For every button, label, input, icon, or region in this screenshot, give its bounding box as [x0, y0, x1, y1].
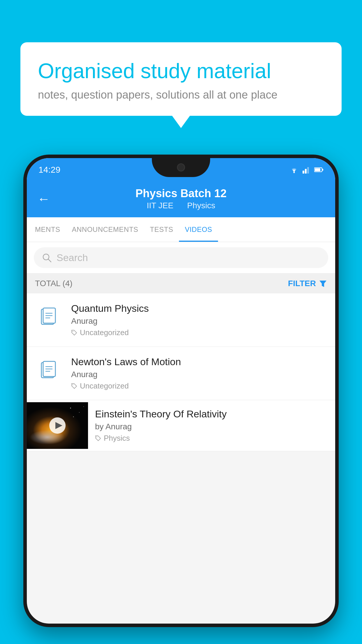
svg-line-8 [48, 259, 51, 262]
search-placeholder: Search [57, 252, 88, 263]
svg-point-26 [73, 416, 74, 417]
tab-announcements[interactable]: ANNOUNCEMENTS [66, 217, 144, 242]
header-subtitle-physics: Physics [187, 201, 215, 210]
phone-container: 14:29 [23, 155, 339, 644]
total-count: TOTAL (4) [35, 279, 73, 288]
phone-frame: 14:29 [23, 155, 339, 627]
svg-rect-5 [315, 168, 320, 171]
svg-point-15 [73, 331, 73, 332]
tag-text-2: Uncategorized [80, 382, 129, 391]
video-author-3: by Anurag [95, 422, 327, 431]
tag-icon [95, 435, 101, 442]
file-icon [39, 307, 60, 332]
svg-point-30 [96, 436, 97, 437]
speech-bubble: Organised study material notes, question… [20, 42, 342, 116]
bubble-subtitle: notes, question papers, solutions all at… [38, 89, 324, 101]
status-icons [289, 166, 324, 174]
tag-icon [71, 330, 78, 336]
tab-ments[interactable]: MENTS [29, 217, 66, 242]
video-title-1: Quantum Physics [71, 303, 327, 314]
tab-tests[interactable]: TESTS [144, 217, 179, 242]
battery-icon [314, 167, 324, 173]
svg-point-24 [70, 408, 71, 409]
video-thumbnail-1 [35, 305, 64, 335]
list-item[interactable]: Newton's Laws of Motion Anurag Uncategor… [27, 347, 335, 400]
video-tag-1: Uncategorized [71, 328, 327, 337]
video-thumbnail-2 [35, 359, 64, 388]
video-tag-2: Uncategorized [71, 382, 327, 391]
svg-point-25 [79, 412, 80, 413]
filter-icon [319, 279, 327, 288]
header-subtitle-iitjee: IIT JEE [147, 201, 173, 210]
search-icon [42, 253, 52, 263]
tabs-bar: MENTS ANNOUNCEMENTS TESTS VIDEOS [27, 217, 335, 242]
svg-point-0 [294, 172, 295, 173]
svg-rect-6 [322, 169, 323, 171]
phone-screen: 14:29 [27, 158, 335, 624]
filter-bar: TOTAL (4) FILTER [27, 274, 335, 293]
app-header: ← Physics Batch 12 IIT JEE Physics [27, 179, 335, 217]
video-title-3: Einstein's Theory Of Relativity [95, 408, 327, 420]
filter-button[interactable]: FILTER [288, 279, 327, 288]
svg-point-21 [73, 384, 73, 385]
file-icon [39, 361, 60, 386]
tag-text-3: Physics [104, 434, 130, 443]
video-author-2: Anurag [71, 370, 327, 379]
bubble-title: Organised study material [38, 58, 324, 83]
tab-videos[interactable]: VIDEOS [179, 217, 218, 242]
header-title: Physics Batch 12 [56, 187, 306, 200]
tag-text-1: Uncategorized [80, 328, 129, 337]
list-item[interactable]: Einstein's Theory Of Relativity by Anura… [27, 400, 335, 451]
svg-rect-1 [303, 171, 304, 174]
svg-rect-3 [307, 167, 309, 174]
video-info-3: Einstein's Theory Of Relativity by Anura… [95, 400, 327, 451]
filter-label: FILTER [288, 279, 316, 288]
tag-icon [71, 383, 78, 389]
svg-rect-2 [305, 169, 307, 174]
speech-bubble-container: Organised study material notes, question… [20, 42, 342, 116]
video-author-1: Anurag [71, 316, 327, 326]
header-title-group: Physics Batch 12 IIT JEE Physics [56, 187, 306, 210]
search-box[interactable]: Search [34, 247, 328, 268]
video-info-1: Quantum Physics Anurag Uncategorized [71, 303, 327, 337]
video-list: Quantum Physics Anurag Uncategorized [27, 293, 335, 451]
status-time: 14:29 [38, 165, 60, 175]
video-title-2: Newton's Laws of Motion [71, 356, 327, 368]
camera [177, 163, 185, 172]
header-subtitle: IIT JEE Physics [56, 201, 306, 210]
search-container: Search [27, 242, 335, 274]
svg-point-27 [83, 406, 84, 407]
wifi-icon [289, 166, 299, 174]
signal-icon [303, 166, 311, 174]
video-info-2: Newton's Laws of Motion Anurag Uncategor… [71, 356, 327, 391]
video-tag-3: Physics [95, 434, 327, 443]
svg-marker-9 [319, 281, 326, 287]
back-button[interactable]: ← [37, 192, 50, 205]
video-thumbnail-3 [27, 402, 88, 449]
phone-notch [152, 158, 210, 177]
list-item[interactable]: Quantum Physics Anurag Uncategorized [27, 293, 335, 347]
thumbnail-image [27, 402, 88, 449]
